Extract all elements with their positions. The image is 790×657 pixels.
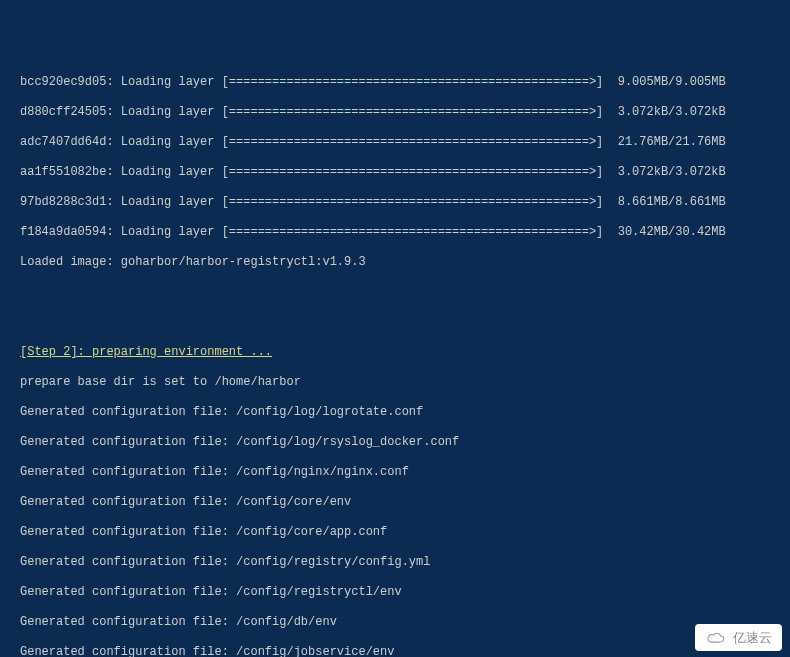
generated-line: Generated configuration file: /config/re… [20, 585, 790, 600]
generated-line: Generated configuration file: /config/re… [20, 555, 790, 570]
watermark-text: 亿速云 [733, 630, 772, 645]
loading-layer-line: aa1f551082be: Loading layer [===========… [20, 165, 790, 180]
generated-line: Generated configuration file: /config/co… [20, 525, 790, 540]
loading-layer-line: d880cff24505: Loading layer [===========… [20, 105, 790, 120]
loading-layer-line: 97bd8288c3d1: Loading layer [===========… [20, 195, 790, 210]
generated-line: Generated configuration file: /config/jo… [20, 645, 790, 657]
loaded-image-line: Loaded image: goharbor/harbor-registryct… [20, 255, 790, 270]
cloud-icon [705, 631, 727, 645]
generated-line: Generated configuration file: /config/lo… [20, 405, 790, 420]
step2-title: [Step 2]: preparing environment ... [20, 345, 790, 360]
loading-layer-line: f184a9da0594: Loading layer [===========… [20, 225, 790, 240]
loading-layer-line: adc7407dd64d: Loading layer [===========… [20, 135, 790, 150]
loading-layer-line: bcc920ec9d05: Loading layer [===========… [20, 75, 790, 90]
generated-line: Generated configuration file: /config/co… [20, 495, 790, 510]
generated-line: Generated configuration file: /config/db… [20, 615, 790, 630]
generated-line: Generated configuration file: /config/lo… [20, 435, 790, 450]
prepare-base-dir: prepare base dir is set to /home/harbor [20, 375, 790, 390]
watermark-badge: 亿速云 [695, 624, 782, 651]
generated-line: Generated configuration file: /config/ng… [20, 465, 790, 480]
terminal-output: bcc920ec9d05: Loading layer [===========… [20, 60, 790, 657]
